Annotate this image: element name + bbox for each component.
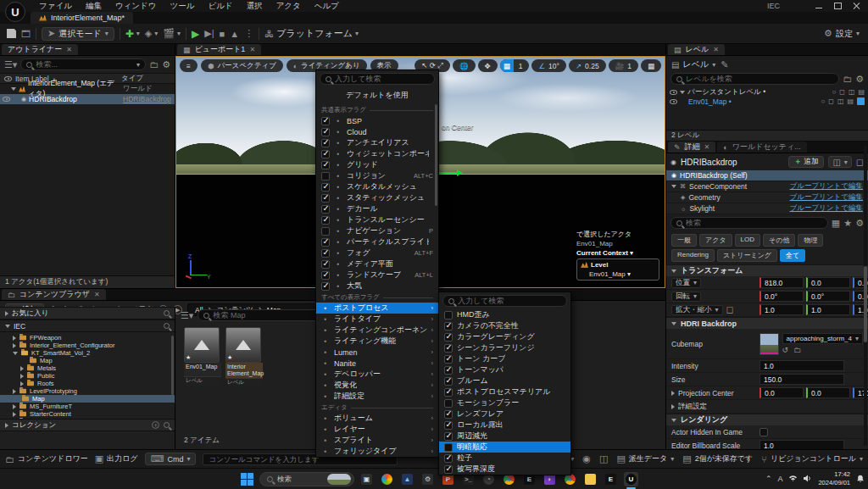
viewport-options-button[interactable]: ≡ — [180, 59, 198, 72]
collapse-icon[interactable] — [13, 352, 18, 355]
show-flag-item[interactable]: ▪パーティクルスプライト — [316, 236, 438, 247]
component-row-self[interactable]: ◉ HDRIBackdrop (Self) — [666, 170, 868, 181]
size-input[interactable]: 150.0 — [760, 374, 844, 385]
ime-icon[interactable]: A — [777, 475, 782, 483]
lock-icon[interactable]: ◻ — [726, 304, 734, 315]
postprocess-flag-item[interactable]: レンズフレア — [439, 408, 570, 420]
play-options-icon[interactable]: ⋮ — [244, 28, 253, 39]
component-row-scene[interactable]: ⌘ SceneComponent ブループリントで編集 — [666, 181, 868, 192]
show-flag-item[interactable]: ▪レイヤー› — [316, 424, 438, 435]
save-icon[interactable]: ▤ — [858, 88, 865, 96]
world-space-toggle[interactable]: 🌐 — [453, 59, 476, 72]
postprocess-flag-item[interactable]: 粒子 — [439, 453, 570, 464]
editor-settings-dropdown[interactable]: ⚙設定▾ — [824, 28, 860, 40]
new-folder-icon[interactable]: 🗀 — [843, 74, 852, 84]
actor-row-type-link[interactable]: HDRIBackdrop — [123, 95, 172, 103]
postprocess-flag-item[interactable]: 被写界深度 — [439, 464, 570, 475]
postprocess-flag-item[interactable]: HMD歪み — [439, 309, 570, 320]
flag-checkbox[interactable] — [321, 161, 330, 169]
current-context-dropdown[interactable]: Current Context ▾ — [576, 249, 659, 257]
show-flag-item[interactable]: ▪スケルタルメッシュ — [316, 181, 438, 192]
file-explorer-icon[interactable] — [583, 472, 598, 486]
blueprints-dropdown[interactable]: ◈▾ — [145, 28, 158, 39]
flag-checkbox[interactable] — [444, 377, 453, 386]
expand-icon[interactable] — [20, 366, 24, 371]
close-icon[interactable]: ✕ — [66, 46, 72, 53]
lock-icon[interactable]: ◻ — [828, 97, 834, 105]
flag-checkbox[interactable] — [444, 322, 453, 331]
insights-icon[interactable]: ◉ — [582, 453, 591, 464]
postprocess-flag-item[interactable]: ブルーム — [439, 375, 570, 386]
show-flag-item[interactable]: ▪Cloud — [316, 126, 438, 137]
maximize-viewport-button[interactable]: ▦ — [641, 59, 661, 72]
cmd-dropdown[interactable]: ⌨Cmd▾ — [145, 453, 197, 465]
tree-folder-MS_FurnitureT[interactable]: MS_FurnitureT — [0, 403, 175, 410]
tree-folder-FPWeapon[interactable]: FPWeapon — [0, 334, 175, 342]
show-flag-item[interactable]: ▪ライティング機能› — [316, 336, 438, 347]
flag-checkbox[interactable] — [444, 432, 453, 441]
menu-ファイル[interactable]: ファイル — [32, 0, 79, 13]
filter-chip-全て[interactable]: 全て — [780, 249, 805, 262]
show-flag-item[interactable]: ▪トランスルーセンシー — [316, 214, 438, 225]
flag-checkbox[interactable] — [444, 399, 453, 408]
copilot-icon[interactable] — [380, 472, 394, 486]
show-flag-item[interactable]: ▪フォグALT+F — [316, 247, 438, 258]
show-flag-item[interactable]: ▪スタティックメッシュ — [316, 192, 438, 203]
add-actor-dropdown[interactable]: ✚▾ — [125, 28, 140, 40]
unreal-logo-icon[interactable]: U — [5, 2, 25, 22]
camera-speed-control[interactable]: 🎥1 — [609, 59, 638, 72]
level-row-env01[interactable]: Env01_Map • ○◻◫▤ — [666, 97, 868, 106]
select-mode-dropdown[interactable]: ➤ 選択モード ▾ — [42, 27, 114, 41]
transform-value-input[interactable]: 1.0 — [760, 304, 804, 315]
favorites-section[interactable]: お気に入り — [0, 307, 175, 320]
flag-checkbox[interactable] — [321, 172, 330, 181]
show-flag-item[interactable]: ▪ライティングコンポーネント› — [316, 325, 438, 336]
postprocess-flag-item[interactable]: カラーグレーディング — [439, 331, 570, 342]
use-selected-icon[interactable]: ↺ — [782, 346, 789, 354]
scale-snap-control[interactable]: ↗0.25 — [569, 59, 606, 72]
blueprint-dropdown[interactable]: ◫▾ — [828, 156, 851, 168]
outliner-settings-icon[interactable]: ⚙ — [162, 60, 170, 69]
lighting-icon[interactable]: ○ — [821, 97, 825, 105]
flag-checkbox[interactable] — [444, 333, 453, 342]
close-icon[interactable]: ✕ — [94, 291, 100, 298]
cinematics-dropdown[interactable]: 🎬▾ — [163, 28, 181, 39]
tree-folder-Interior_Element_Configurator[interactable]: Interior_Element_Configurator — [0, 342, 175, 349]
show-flag-item[interactable]: ▪アンチエイリアス — [316, 137, 438, 148]
levels-search[interactable] — [670, 73, 839, 85]
tray-expand-icon[interactable]: ⌃ — [765, 475, 772, 483]
collections-section[interactable]: コレクション＋ — [0, 419, 175, 431]
flag-checkbox[interactable] — [444, 344, 453, 353]
screenshot-icon[interactable]: ◫ — [599, 453, 608, 464]
context-level-dropdown[interactable]: Env01_Map ▾ — [589, 270, 655, 278]
unreal-engine-icon[interactable]: U — [624, 472, 638, 486]
postprocess-flag-item[interactable]: トーン カーブ — [439, 353, 570, 364]
close-icon[interactable]: ✕ — [713, 46, 719, 53]
lock-icon[interactable]: ◻ — [856, 157, 864, 168]
skip-button[interactable]: ▶| — [204, 28, 214, 39]
flag-checkbox[interactable] — [321, 150, 330, 158]
menu-ツール[interactable]: ツール — [164, 0, 202, 13]
task-view-icon[interactable]: ▣ — [359, 472, 374, 486]
show-flag-item[interactable]: ▪デベロッパー› — [316, 369, 438, 380]
edit-icon[interactable]: ✎ — [721, 59, 728, 70]
outliner-search[interactable]: ▾ — [20, 58, 146, 70]
favorites-icon[interactable]: ★ — [843, 218, 852, 229]
section-transform[interactable]: トランスフォーム — [666, 264, 868, 276]
show-flag-item[interactable]: ▪デカール — [316, 203, 438, 214]
show-flag-item[interactable]: ▪グリッド — [316, 159, 438, 170]
tree-folder-Map[interactable]: Map — [0, 395, 175, 403]
menu-scrollbar[interactable] — [435, 104, 437, 206]
derived-data-dropdown[interactable]: ▤派生データ▾ — [616, 453, 674, 464]
filter-chip-LOD[interactable]: LOD — [735, 234, 760, 247]
tree-folder-Public[interactable]: Public — [0, 372, 175, 380]
show-flag-item[interactable]: ▪BSP — [316, 115, 438, 126]
blueprint-icon[interactable]: ◫ — [837, 97, 844, 105]
show-flag-item[interactable]: ▪ボリューム› — [316, 413, 438, 424]
show-flag-item[interactable]: ▪スプライト› — [316, 435, 438, 446]
flag-checkbox[interactable] — [321, 260, 330, 269]
details-search[interactable] — [670, 217, 828, 229]
projection-value-input[interactable]: 0.0 — [806, 387, 850, 398]
column-type[interactable]: タイプ — [121, 74, 170, 84]
show-menu-search[interactable] — [320, 73, 435, 85]
